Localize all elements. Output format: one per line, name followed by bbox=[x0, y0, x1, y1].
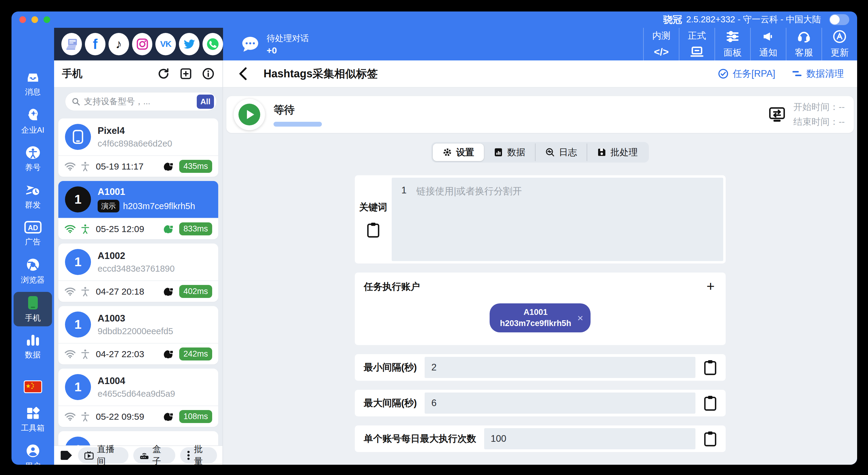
titlebar: 骁冠 2.5.282+332 - 守一云科 - 中国大陆 bbox=[11, 11, 857, 28]
min-interval-row: 最小间隔(秒) bbox=[355, 354, 726, 381]
ad-badge-icon: AD bbox=[24, 221, 42, 234]
sidebar-item-ads[interactable]: AD 广告 bbox=[13, 217, 52, 250]
wifi-icon bbox=[64, 287, 76, 296]
filter-all-badge[interactable]: All bbox=[197, 95, 214, 109]
box-button[interactable]: 盒子 bbox=[133, 447, 175, 464]
sidebar-label: 企业AI bbox=[21, 125, 44, 135]
zoom-window-button[interactable] bbox=[43, 16, 50, 23]
add-account-button[interactable]: + bbox=[707, 279, 715, 293]
batch-button[interactable]: 批量 bbox=[180, 447, 217, 464]
info-icon[interactable] bbox=[202, 67, 215, 80]
task-title: Hashtags采集相似标签 bbox=[264, 66, 378, 81]
instagram-icon[interactable] bbox=[132, 33, 153, 55]
whatsapp-icon[interactable] bbox=[203, 33, 223, 55]
sidebar-item-nurture[interactable]: 养号 bbox=[13, 142, 52, 176]
keyword-textarea[interactable]: 1 链接使用|或者换行分割开 bbox=[392, 178, 723, 261]
live-room-button[interactable]: 直播间 bbox=[78, 447, 128, 464]
task-rpa-link[interactable]: 任务[RPA] bbox=[718, 67, 775, 80]
tab-data[interactable]: 数据 bbox=[484, 144, 535, 161]
twitter-icon[interactable] bbox=[179, 33, 199, 55]
paste-clipboard-icon[interactable] bbox=[703, 359, 717, 375]
sidebar-item-phone[interactable]: 手机 bbox=[13, 292, 52, 326]
sidebar-item-toolbox[interactable]: 工具箱 bbox=[13, 403, 52, 436]
device-last-seen: 04-27 20:18 bbox=[96, 286, 144, 297]
pending-chat-label: 待处理对话 bbox=[267, 33, 309, 44]
tag-icon[interactable] bbox=[60, 449, 73, 462]
pending-chat-count: +0 bbox=[267, 45, 309, 56]
social-platform-bar: f ♪ VK bbox=[54, 28, 223, 60]
action-release[interactable]: 正式 bbox=[679, 28, 714, 60]
tab-logs[interactable]: 日志 bbox=[535, 144, 587, 161]
tab-logs-label: 日志 bbox=[559, 146, 577, 159]
main-header: Hashtags采集相似标签 任务[RPA] 数据清理 bbox=[223, 60, 857, 88]
action-release-label: 正式 bbox=[688, 30, 706, 42]
search-input[interactable] bbox=[84, 97, 193, 106]
data-clean-label: 数据清理 bbox=[806, 67, 844, 80]
action-beta[interactable]: 内测 </> bbox=[643, 28, 679, 60]
action-notify[interactable]: 通知 bbox=[750, 28, 786, 60]
action-panel[interactable]: 面板 bbox=[714, 28, 750, 60]
sidebar-spacer bbox=[11, 28, 54, 60]
refresh-icon[interactable] bbox=[157, 67, 170, 80]
keyword-label: 关键词 bbox=[359, 201, 387, 214]
laptop-icon bbox=[690, 45, 704, 59]
person-icon bbox=[81, 161, 90, 171]
sidebar-item-bulk-send[interactable]: 群发 bbox=[13, 180, 52, 213]
sidebar-item-data[interactable]: 数据 bbox=[13, 330, 52, 363]
task-rpa-label: 任务[RPA] bbox=[733, 67, 775, 80]
device-laptop-icon[interactable] bbox=[61, 33, 82, 55]
paste-clipboard-icon[interactable] bbox=[366, 222, 380, 238]
tab-batch[interactable]: 批处理 bbox=[587, 144, 647, 161]
sidebar-item-enterprise-ai[interactable]: 企业AI bbox=[13, 104, 52, 138]
monitor-transfer-icon[interactable] bbox=[769, 107, 785, 122]
max-interval-input[interactable] bbox=[425, 392, 695, 414]
device-card-a1001-selected[interactable]: 1 A1001 演示 h203m7ce9flkrh5h 05-25 12:0 bbox=[58, 181, 218, 239]
pending-chat[interactable]: 待处理对话 +0 bbox=[223, 28, 309, 60]
tab-settings[interactable]: 设置 bbox=[433, 144, 484, 161]
region-toggle[interactable] bbox=[829, 14, 849, 25]
device-panel-title: 手机 bbox=[62, 67, 83, 81]
account-chip[interactable]: A1001 h203m7ce9flkrh5h × bbox=[490, 304, 591, 332]
toggle-knob bbox=[830, 15, 840, 25]
back-icon[interactable] bbox=[238, 67, 248, 81]
floppy-icon bbox=[597, 148, 607, 157]
chip-remove-icon[interactable]: × bbox=[577, 312, 583, 324]
device-card-a1004[interactable]: 1 A1004 e465c5d64ea9d5a9 05-22 09:59 108… bbox=[58, 369, 218, 427]
region-flag-button[interactable] bbox=[13, 377, 52, 397]
globe-lock-icon bbox=[163, 348, 175, 360]
person-icon bbox=[81, 286, 90, 297]
person-icon bbox=[81, 349, 90, 359]
dots-vertical-icon bbox=[186, 450, 191, 461]
browser-icon bbox=[26, 257, 40, 272]
minimize-window-button[interactable] bbox=[31, 16, 38, 23]
facebook-icon[interactable]: f bbox=[85, 33, 105, 55]
add-device-icon[interactable] bbox=[180, 67, 192, 80]
device-search[interactable]: All bbox=[65, 92, 217, 111]
device-avatar bbox=[65, 124, 91, 150]
device-list: Pixel4 c4f6c898a6e6d2e0 05-19 11:17 435m… bbox=[54, 116, 222, 445]
sidebar-item-messages[interactable]: 消息 bbox=[13, 66, 52, 100]
action-support[interactable]: 客服 bbox=[786, 28, 822, 60]
tiktok-icon[interactable]: ♪ bbox=[108, 33, 129, 55]
paste-clipboard-icon[interactable] bbox=[703, 431, 717, 447]
sidebar-item-user[interactable]: 用户 bbox=[13, 440, 52, 465]
wifi-icon bbox=[64, 162, 76, 171]
log-search-icon bbox=[545, 148, 555, 157]
device-card-a1003[interactable]: 1 A1003 9dbdb22000eeefd5 04-27 22:03 242… bbox=[58, 306, 218, 365]
device-card-a1002[interactable]: 1 A1002 eccd3483e3761890 04-27 20:18 402… bbox=[58, 244, 218, 302]
data-clean-link[interactable]: 数据清理 bbox=[792, 67, 844, 80]
device-name: Pixel4 bbox=[98, 125, 172, 136]
headset-icon bbox=[797, 30, 811, 43]
daily-max-label: 单个账号每日最大执行次数 bbox=[364, 433, 476, 445]
vk-icon[interactable]: VK bbox=[155, 33, 176, 55]
accessibility-icon bbox=[25, 146, 41, 160]
paste-clipboard-icon[interactable] bbox=[703, 395, 717, 411]
sidebar-item-browser[interactable]: 浏览器 bbox=[13, 254, 52, 288]
sidebar-label: 消息 bbox=[25, 87, 41, 97]
device-card-pixel4[interactable]: Pixel4 c4f6c898a6e6d2e0 05-19 11:17 435m… bbox=[58, 119, 218, 177]
min-interval-input[interactable] bbox=[425, 357, 695, 378]
daily-max-input[interactable] bbox=[484, 428, 695, 449]
run-button[interactable] bbox=[234, 99, 265, 130]
close-window-button[interactable] bbox=[19, 16, 26, 23]
action-update[interactable]: 更新 bbox=[822, 28, 857, 60]
